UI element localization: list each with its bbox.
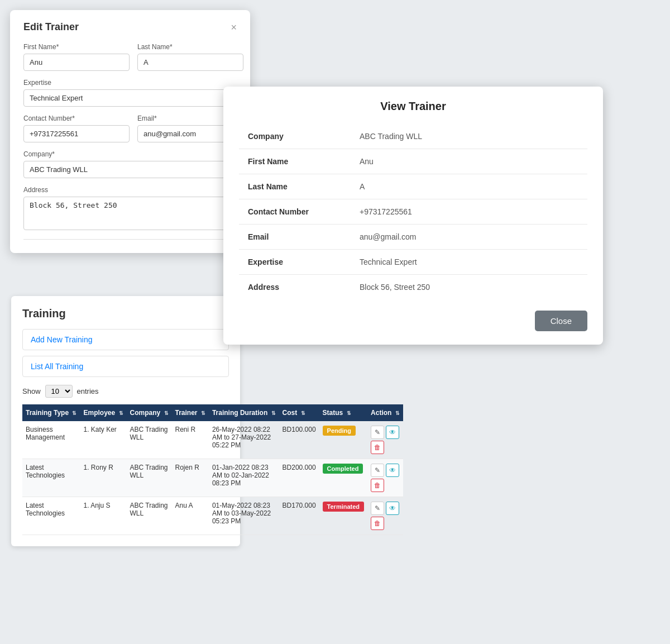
cell-action: ✎ 👁 🗑 [367,421,403,459]
cell-trainer: Rojen R [172,459,209,497]
expertise-row: Expertise [23,79,237,107]
cell-employee: 1. Anju S [80,497,126,535]
sort-icon-emp: ⇅ [119,411,123,416]
edit-button[interactable]: ✎ [371,426,384,439]
view-row-value: A [351,174,587,199]
training-table-small: Training Type ⇅ Employee ⇅ Company ⇅ Tra… [22,404,403,535]
sort-icon-cost: ⇅ [301,411,305,416]
address-group: Address Block 56, Street 250 [23,186,237,230]
entries-label: entries [77,387,99,395]
list-all-label: List All [31,362,53,371]
action-buttons: ✎ 👁 🗑 [371,426,400,454]
edit-modal-close-button[interactable]: × [231,22,237,32]
view-table-row: Contact Number +97317225561 [239,199,587,225]
status-badge: Pending [323,426,356,436]
last-name-input[interactable] [137,54,243,71]
training-panel: Training Add New Training List All Train… [11,296,240,546]
training-panel-title: Training [22,307,229,320]
contact-input[interactable] [23,125,130,142]
view-row-label: Expertise [239,250,351,275]
view-row-value: anu@gmail.com [351,225,587,250]
first-name-input[interactable] [23,54,130,71]
view-button[interactable]: 👁 [386,464,399,477]
delete-button[interactable]: 🗑 [371,479,384,492]
last-name-label: Last Name* [137,43,243,51]
list-all-type: Training [55,362,83,371]
table-row: Business Management 1. Katy Ker ABC Trad… [22,421,403,459]
cell-training-type: Latest Technologies [22,459,80,497]
view-close-row: Close [239,311,587,331]
action-buttons: ✎ 👁 🗑 [371,502,400,530]
status-badge: Completed [323,464,363,474]
view-button[interactable]: 👁 [386,502,399,515]
view-table-row: Email anu@gmail.com [239,225,587,250]
edit-trainer-modal: Edit Trainer × First Name* Last Name* Ex… [10,10,250,253]
last-name-group: Last Name* [137,43,243,71]
contact-email-row: Contact Number* Email* [23,115,237,142]
address-input[interactable]: Block 56, Street 250 [23,197,237,230]
view-row-value: ABC Trading WLL [351,124,587,149]
edit-button[interactable]: ✎ [371,502,384,515]
contact-group: Contact Number* [23,115,130,142]
view-button[interactable]: 👁 [386,426,399,439]
view-table-row: Company ABC Trading WLL [239,124,587,149]
company-select-wrapper: ABC Trading WLL [23,161,237,178]
delete-button[interactable]: 🗑 [371,441,384,454]
cell-status: Completed [319,459,367,497]
col-employee: Employee ⇅ [80,404,126,421]
entries-select[interactable]: 10 25 50 [45,385,73,398]
cell-status: Pending [319,421,367,459]
cell-duration: 01-May-2022 08:23 AM to 03-May-2022 05:2… [209,497,279,535]
view-table-row: Expertise Technical Expert [239,250,587,275]
view-row-label: Last Name [239,174,351,199]
cell-company: ABC Trading WLL [127,459,172,497]
col-action: Action ⇅ [367,404,403,421]
contact-label: Contact Number* [23,115,130,122]
name-row: First Name* Last Name* [23,43,237,71]
first-name-group: First Name* [23,43,130,71]
view-close-button[interactable]: Close [535,311,587,331]
edit-modal-title: Edit Trainer [23,21,79,33]
view-row-label: First Name [239,149,351,174]
status-badge: Terminated [323,502,364,512]
add-new-training-link[interactable]: Add New Training [22,329,229,350]
cell-cost: BD170.000 [279,497,319,535]
view-table-row: Address Block 56, Street 250 [239,275,587,300]
cell-action: ✎ 👁 🗑 [367,497,403,535]
col-cost: Cost ⇅ [279,404,319,421]
cell-employee: 1. Katy Ker [80,421,126,459]
sort-icon-action: ⇅ [395,411,400,416]
view-row-value: Anu [351,149,587,174]
cell-company: ABC Trading WLL [127,421,172,459]
table-row: Latest Technologies 1. Anju S ABC Tradin… [22,497,403,535]
address-label: Address [23,186,237,194]
cell-duration: 26-May-2022 08:22 AM to 27-May-2022 05:2… [209,421,279,459]
first-name-label: First Name* [23,43,130,51]
company-select[interactable]: ABC Trading WLL [23,161,237,178]
col-company: Company ⇅ [127,404,172,421]
list-all-training-link[interactable]: List All Training [22,356,229,377]
add-new-label: Add New [31,335,63,344]
edit-button[interactable]: ✎ [371,464,384,477]
expertise-input[interactable] [23,89,237,107]
address-row: Address Block 56, Street 250 [23,186,237,230]
view-table-row: First Name Anu [239,149,587,174]
cell-duration: 01-Jan-2022 08:23 AM to 02-Jan-2022 08:2… [209,459,279,497]
company-group: Company* ABC Trading WLL [23,150,237,178]
cell-cost: BD200.000 [279,459,319,497]
view-row-value: Technical Expert [351,250,587,275]
cell-trainer: Anu A [172,497,209,535]
cell-employee: 1. Rony R [80,459,126,497]
view-row-value: +97317225561 [351,199,587,225]
sort-icon-dur: ⇅ [271,411,276,416]
sort-icon-type: ⇅ [72,411,76,416]
expertise-label: Expertise [23,79,237,87]
col-trainer: Trainer ⇅ [172,404,209,421]
sort-icon-comp: ⇅ [164,411,169,416]
company-label: Company* [23,150,237,158]
table-row: Latest Technologies 1. Rony R ABC Tradin… [22,459,403,497]
delete-button[interactable]: 🗑 [371,517,384,530]
company-row: Company* ABC Trading WLL [23,150,237,178]
view-table-row: Last Name A [239,174,587,199]
expertise-group: Expertise [23,79,237,107]
